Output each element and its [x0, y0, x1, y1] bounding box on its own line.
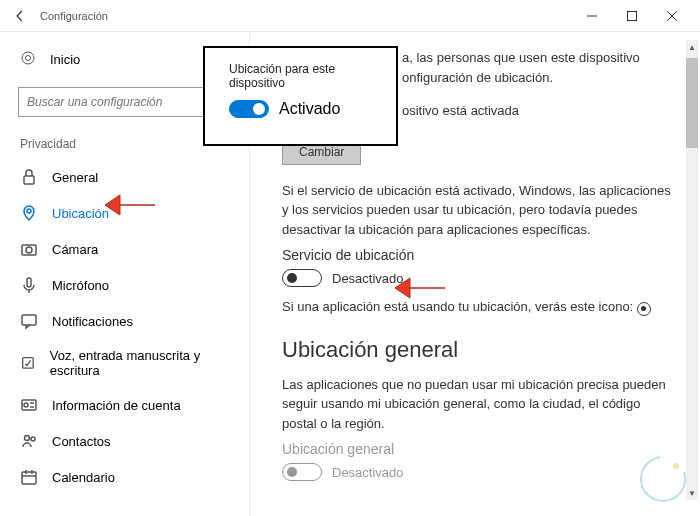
annotation-arrow	[395, 275, 445, 301]
close-button[interactable]	[652, 0, 692, 32]
nav-item-account[interactable]: Información de cuenta	[0, 387, 249, 423]
target-icon	[637, 302, 651, 316]
scroll-thumb[interactable]	[686, 58, 698, 148]
maximize-button[interactable]	[612, 0, 652, 32]
svg-point-4	[27, 209, 31, 213]
icon-note: Si una aplicación está usando tu ubicaci…	[282, 297, 676, 317]
nav-item-calendar[interactable]: Calendario	[0, 459, 249, 495]
window-title: Configuración	[40, 10, 572, 22]
callout-title: Ubicación para este dispositivo	[229, 62, 372, 90]
nav-label: Notificaciones	[52, 314, 133, 329]
nav-label: General	[52, 170, 98, 185]
service-description: Si el servicio de ubicación está activad…	[282, 181, 676, 240]
nav-label: Calendario	[52, 470, 115, 485]
general-location-toggle	[282, 463, 322, 481]
svg-point-6	[26, 247, 32, 253]
watermark-icon	[638, 454, 688, 504]
chat-icon	[20, 312, 38, 330]
svg-rect-8	[22, 315, 36, 325]
search-input[interactable]	[18, 87, 231, 117]
general-description: Las aplicaciones que no puedan usar mi u…	[282, 375, 676, 434]
svg-point-2	[26, 56, 31, 61]
device-location-callout: Ubicación para este dispositivo Activado	[203, 46, 398, 146]
general-sublabel: Ubicación general	[282, 441, 676, 457]
svg-rect-9	[23, 358, 34, 369]
lock-icon	[20, 168, 38, 186]
general-heading: Ubicación general	[282, 337, 676, 363]
callout-toggle-label: Activado	[279, 100, 340, 118]
icon-note-text: Si una aplicación está usando tu ubicaci…	[282, 299, 637, 314]
svg-point-17	[641, 457, 685, 501]
svg-point-13	[31, 437, 35, 441]
contacts-icon	[20, 432, 38, 450]
arrow-left-icon	[13, 9, 27, 23]
svg-rect-7	[27, 278, 31, 287]
nav-label: Micrófono	[52, 278, 109, 293]
annotation-arrow	[105, 192, 155, 218]
nav-item-callhistory[interactable]: Historial de llamadas	[0, 495, 249, 504]
mic-icon	[20, 276, 38, 294]
home-label: Inicio	[50, 52, 80, 67]
svg-point-1	[22, 52, 34, 64]
back-button[interactable]	[8, 4, 32, 28]
nav-label: Contactos	[52, 434, 111, 449]
nav-label: Información de cuenta	[52, 398, 181, 413]
nav-label: Ubicación	[52, 206, 109, 221]
id-icon	[20, 396, 38, 414]
search-field[interactable]	[27, 95, 222, 109]
svg-rect-0	[628, 11, 637, 20]
nav-item-speech[interactable]: Voz, entrada manuscrita y escritura	[0, 339, 249, 387]
calendar-icon	[20, 468, 38, 486]
location-icon	[20, 204, 38, 222]
nav-item-microphone[interactable]: Micrófono	[0, 267, 249, 303]
svg-point-11	[24, 403, 28, 407]
toggle-label: Desactivado	[332, 271, 404, 286]
svg-rect-3	[24, 176, 34, 184]
intro-text: a, las personas que usen este dispositiv…	[402, 48, 676, 87]
pen-icon	[20, 354, 36, 372]
device-location-toggle[interactable]	[229, 100, 269, 118]
nav-label: Cámara	[52, 242, 98, 257]
service-heading: Servicio de ubicación	[282, 247, 676, 263]
minimize-button[interactable]	[572, 0, 612, 32]
scroll-up-arrow[interactable]: ▲	[686, 40, 698, 54]
camera-icon	[20, 240, 38, 258]
toggle-label: Desactivado	[332, 465, 404, 480]
status-text: ositivo está activada	[402, 101, 676, 121]
scrollbar[interactable]: ▲ ▼	[686, 40, 698, 500]
svg-point-18	[673, 463, 679, 469]
svg-rect-14	[22, 472, 36, 484]
location-service-toggle[interactable]	[282, 269, 322, 287]
nav-label: Voz, entrada manuscrita y escritura	[50, 348, 229, 378]
nav-item-contacts[interactable]: Contactos	[0, 423, 249, 459]
nav-item-general[interactable]: General	[0, 159, 249, 195]
svg-point-12	[25, 436, 30, 441]
nav-item-camera[interactable]: Cámara	[0, 231, 249, 267]
gear-icon	[20, 50, 36, 69]
nav-item-notifications[interactable]: Notificaciones	[0, 303, 249, 339]
